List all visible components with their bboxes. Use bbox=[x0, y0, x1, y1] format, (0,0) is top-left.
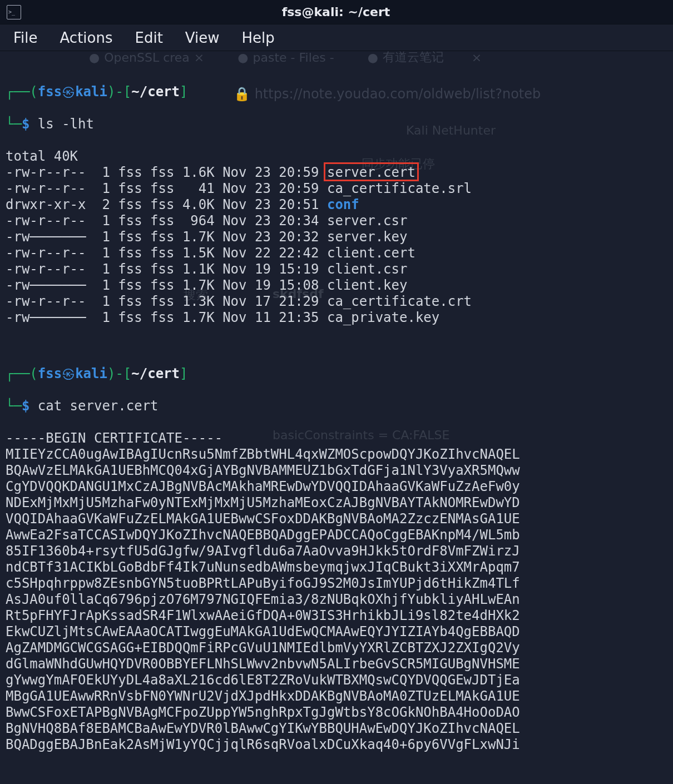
cert-line: MIIEYzCCA0ugAwIBAgIUcnRsu5NmfZBbtWHL4qxW… bbox=[6, 446, 667, 463]
terminal-icon: >_ bbox=[7, 5, 21, 19]
cert-line: MBgGA1UEAwwRRnVsbFN0YWNrU2VjdXJpdHkxDDAK… bbox=[6, 688, 667, 704]
cert-line: BgNVHQ8BAf8EBAMCBaAwEwYDVR0lBAwwCgYIKwYB… bbox=[6, 721, 667, 737]
ls-row: -rw─────── 1 fss fss 1.7K Nov 11 21:35 c… bbox=[6, 310, 667, 326]
window-title: fss@kali: ~/cert bbox=[21, 5, 651, 19]
cert-line: dGlmaWNhdGUwHQYDVR0OBBYEFLNhSLWwv2nbvwN5… bbox=[6, 656, 667, 672]
cert-line: NDExMjMxMjU5MzhaFw0yNTExMjMxMjU5MzhaMEox… bbox=[6, 495, 667, 511]
ls-filename-dir: conf bbox=[327, 197, 359, 212]
command-line-2: └─$ cat server.cert bbox=[6, 398, 667, 414]
ls-row: -rw-r--r-- 1 fss fss 1.1K Nov 19 15:19 c… bbox=[6, 261, 667, 277]
ls-row: -rw-r--r-- 1 fss fss 1.3K Nov 17 21:29 c… bbox=[6, 294, 667, 310]
menu-view[interactable]: View bbox=[185, 29, 220, 46]
cert-line: AgZAMDMGCWCGSAGG+EIBDQQmFiRPcGVuU1NMIEdl… bbox=[6, 640, 667, 656]
ls-row: -rw-r--r-- 1 fss fss 1.5K Nov 22 22:42 c… bbox=[6, 245, 667, 261]
cert-line: CgYDVQQKDANGU1MxCzAJBgNVBAcMAkhaMREwDwYD… bbox=[6, 479, 667, 495]
menu-edit[interactable]: Edit bbox=[135, 29, 163, 46]
cert-line: EkwCUZljMtsCAwEAAaOCATIwggEuMAkGA1UdEwQC… bbox=[6, 624, 667, 640]
ls-row: -rw-r--r-- 1 fss fss 1.6K Nov 23 20:59 s… bbox=[6, 165, 667, 181]
cert-line: AsJA0uf0llaCq6796pjzO76M797NGIQFEmia3/8z… bbox=[6, 592, 667, 608]
cert-line: AwwEa2FsaTCCASIwDQYJKoZIhvcNAQEBBQADggEP… bbox=[6, 527, 667, 543]
cert-line: gYwwgYmAFOEkUYyDL4a8aXL216cd6lE8T2ZRoVuk… bbox=[6, 672, 667, 688]
cert-line: c5SHpqhrppw8ZEsnbGYN5tuoBPRtLAPuByifoGJ9… bbox=[6, 575, 667, 592]
cert-begin-line: -----BEGIN CERTIFICATE----- bbox=[6, 430, 222, 446]
menu-file[interactable]: File bbox=[13, 29, 38, 46]
ls-total: total 40K bbox=[6, 148, 78, 164]
cert-line: 85IF1360b4+rsytfU5dGJgfw/9AIvgfldu6a7AaO… bbox=[6, 543, 667, 559]
command-line-1: └─$ ls -lht bbox=[6, 116, 667, 132]
ls-filename: server.key bbox=[327, 229, 408, 245]
ls-filename: server.csr bbox=[327, 213, 408, 229]
prompt-line-1: ┌──(fss㉿kali)-[~/cert] bbox=[6, 84, 667, 100]
ls-row: -rw-r--r-- 1 fss fss 964 Nov 23 20:34 se… bbox=[6, 213, 667, 229]
cert-body: MIIEYzCCA0ugAwIBAgIUcnRsu5NmfZBbtWHL4qxW… bbox=[6, 446, 667, 753]
menu-actions[interactable]: Actions bbox=[60, 29, 113, 46]
window-titlebar: >_ fss@kali: ~/cert bbox=[0, 0, 673, 24]
cert-line: VQQIDAhaaGVKaWFuZzELMAkGA1UEBwwCSFoxDDAK… bbox=[6, 511, 667, 527]
ls-row: -rw─────── 1 fss fss 1.7K Nov 23 20:32 s… bbox=[6, 229, 667, 245]
ls-filename: ca_private.key bbox=[327, 310, 439, 325]
cert-line: BwwCSFoxETAPBgNVBAgMCFpoZUppYW5nghRpxTgJ… bbox=[6, 704, 667, 721]
ls-row: drwxr-xr-x 2 fss fss 4.0K Nov 23 20:51 c… bbox=[6, 197, 667, 213]
cert-line: BQADggEBAJBnEak2AsMjW1yYQCjjqlR6sqRVoalx… bbox=[6, 737, 667, 753]
cert-line: BQAwVzELMAkGA1UEBhMCQ04xGjAYBgNVBAMMEUZ1… bbox=[6, 463, 667, 479]
ls-filename: client.csr bbox=[327, 261, 408, 277]
ls-listing: -rw-r--r-- 1 fss fss 1.6K Nov 23 20:59 s… bbox=[6, 165, 667, 326]
ls-filename: server.cert bbox=[327, 165, 415, 180]
ls-filename: client.key bbox=[327, 277, 408, 293]
terminal-output[interactable]: ┌──(fss㉿kali)-[~/cert] └─$ ls -lht total… bbox=[0, 51, 673, 775]
ls-filename: client.cert bbox=[327, 245, 415, 261]
ls-filename: ca_certificate.srl bbox=[327, 181, 472, 196]
cert-line: Rt5pFHYFJrApKssadSR4F1WlxwAAeiGfDQA+0W3I… bbox=[6, 608, 667, 624]
ls-row: -rw-r--r-- 1 fss fss 41 Nov 23 20:59 ca_… bbox=[6, 181, 667, 197]
menu-help[interactable]: Help bbox=[242, 29, 275, 46]
cert-line: ndCBTf31ACIKbLGoBdbFf4Ik7uNunsedbAWmsbey… bbox=[6, 559, 667, 575]
menu-bar: File Actions Edit View Help bbox=[0, 24, 673, 51]
ls-filename: ca_certificate.crt bbox=[327, 294, 472, 309]
ls-row: -rw─────── 1 fss fss 1.7K Nov 19 15:08 c… bbox=[6, 277, 667, 294]
prompt-line-2: ┌──(fss㉿kali)-[~/cert] bbox=[6, 366, 667, 382]
